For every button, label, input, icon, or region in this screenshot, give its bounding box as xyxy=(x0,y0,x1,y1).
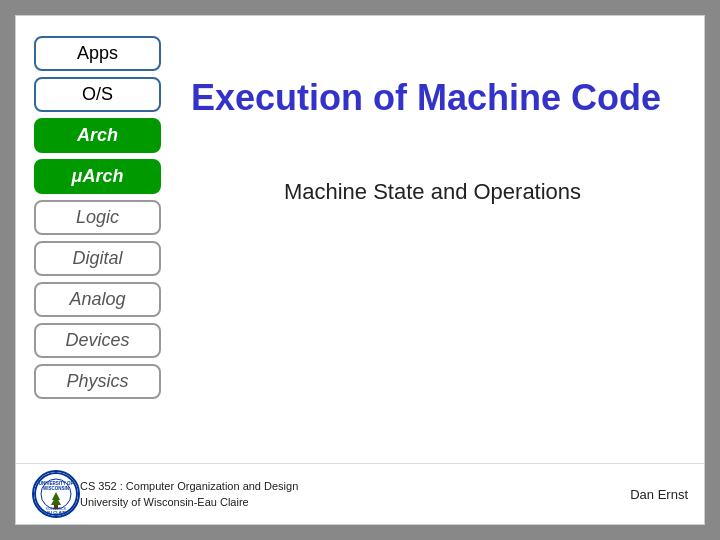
university-logo: UNIVERSITY OF WISCONSIN EAU CLAIRE XCELL… xyxy=(32,470,80,518)
sidebar-item-os[interactable]: O/S xyxy=(34,77,161,112)
sidebar-item-uarch[interactable]: μArch xyxy=(34,159,161,194)
sidebar-item-devices[interactable]: Devices xyxy=(34,323,161,358)
slide: Apps O/S Arch μArch Logic Digital Analog… xyxy=(15,15,705,525)
svg-text:WISCONSIN: WISCONSIN xyxy=(43,486,69,491)
sidebar-item-physics[interactable]: Physics xyxy=(34,364,161,399)
slide-subtitle: Machine State and Operations xyxy=(191,179,674,205)
slide-footer: UNIVERSITY OF WISCONSIN EAU CLAIRE XCELL… xyxy=(16,463,704,524)
footer-author: Dan Ernst xyxy=(630,487,688,502)
slide-title: Execution of Machine Code xyxy=(191,76,674,119)
sidebar: Apps O/S Arch μArch Logic Digital Analog… xyxy=(16,26,171,463)
svg-text:XCELLENCE: XCELLENCE xyxy=(46,507,67,511)
sidebar-item-analog[interactable]: Analog xyxy=(34,282,161,317)
main-content: Execution of Machine Code Machine State … xyxy=(171,26,704,463)
sidebar-item-digital[interactable]: Digital xyxy=(34,241,161,276)
logo-svg: UNIVERSITY OF WISCONSIN EAU CLAIRE XCELL… xyxy=(34,472,78,516)
slide-body: Apps O/S Arch μArch Logic Digital Analog… xyxy=(16,16,704,463)
sidebar-item-arch[interactable]: Arch xyxy=(34,118,161,153)
sidebar-item-logic[interactable]: Logic xyxy=(34,200,161,235)
sidebar-item-apps[interactable]: Apps xyxy=(34,36,161,71)
footer-text: CS 352 : Computer Organization and Desig… xyxy=(80,478,630,511)
